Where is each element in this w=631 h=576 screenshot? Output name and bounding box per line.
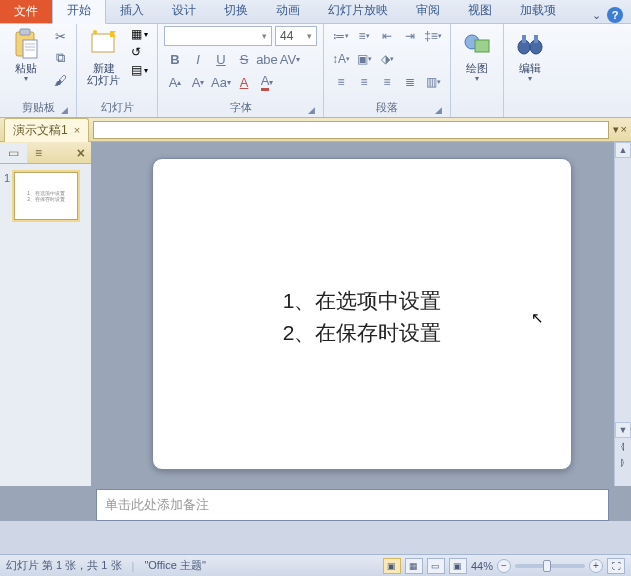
font-name-combo[interactable]: ▾	[164, 26, 272, 46]
zoom-value[interactable]: 44%	[471, 560, 493, 572]
new-slide-icon	[88, 28, 120, 60]
chevron-down-icon: ▾	[528, 74, 532, 83]
zoom-out-button[interactable]: −	[497, 559, 511, 573]
copy-button[interactable]: ⧉	[50, 48, 70, 68]
font-color-button[interactable]: A▾	[256, 72, 278, 92]
drawing-label: 绘图	[466, 62, 488, 74]
group-paragraph: ≔▾ ≡▾ ⇤ ⇥ ‡≡▾ ↕A▾ ▣▾ ⬗▾ ≡ ≡ ≡ ≣ ▥▾	[324, 24, 451, 117]
layout-icon: ▦	[131, 27, 142, 41]
shapes-icon	[461, 28, 493, 60]
slide-editor[interactable]: 1、在选项中设置 2、在保存时设置 ↖ ▲ ▼ ⦉ ⦊	[92, 142, 631, 486]
tab-design[interactable]: 设计	[158, 0, 210, 23]
close-pane-button[interactable]: ×	[71, 145, 91, 161]
slides-tab[interactable]: ▭	[0, 143, 27, 163]
close-icon[interactable]: ×	[74, 124, 80, 136]
scroll-down-icon[interactable]: ▼	[615, 422, 631, 438]
zoom-slider[interactable]	[515, 564, 585, 568]
tab-insert[interactable]: 插入	[106, 0, 158, 23]
drawing-button[interactable]: 绘图 ▾	[457, 26, 497, 85]
slide-thumbnail[interactable]: 1、在选项中设置 2、在保存时设置	[14, 172, 78, 220]
help-icon[interactable]: ?	[607, 7, 623, 23]
minimize-ribbon-icon[interactable]: ⌄	[592, 9, 601, 22]
dialog-launcher-icon[interactable]: ◢	[435, 105, 442, 115]
vertical-scrollbar[interactable]: ▲ ▼ ⦉ ⦊	[614, 142, 631, 486]
layout-button[interactable]: ▦▾	[128, 26, 151, 42]
section-button[interactable]: ▤▾	[128, 62, 151, 78]
tab-home[interactable]: 开始	[52, 0, 106, 24]
paste-button[interactable]: 粘贴 ▾	[6, 26, 46, 85]
editing-label: 编辑	[519, 62, 541, 74]
new-slide-button[interactable]: 新建 幻灯片	[83, 26, 124, 88]
close-pane-icon[interactable]: ×	[621, 123, 627, 136]
scissors-icon: ✂	[55, 29, 66, 44]
shadow-button[interactable]: abe	[256, 49, 278, 69]
sorter-view-button[interactable]: ▦	[405, 558, 423, 574]
strikethrough-button[interactable]: S	[233, 49, 255, 69]
fit-window-button[interactable]: ⛶	[607, 558, 625, 574]
tab-review[interactable]: 审阅	[402, 0, 454, 23]
thumb-number: 1	[4, 172, 10, 220]
decrease-indent-button[interactable]: ⇤	[376, 26, 398, 46]
underline-button[interactable]: U	[210, 49, 232, 69]
dialog-launcher-icon[interactable]: ◢	[308, 105, 315, 115]
slide-content-text[interactable]: 1、在选项中设置 2、在保存时设置	[153, 285, 571, 348]
tab-file[interactable]: 文件	[0, 0, 52, 23]
dropdown-icon[interactable]: ▾	[613, 123, 619, 136]
status-bar: 幻灯片 第 1 张，共 1 张 | "Office 主题" ▣ ▦ ▭ ▣ 44…	[0, 554, 631, 576]
align-left-button[interactable]: ≡	[330, 72, 352, 92]
chevron-down-icon: ▾	[475, 74, 479, 83]
tab-slideshow[interactable]: 幻灯片放映	[314, 0, 402, 23]
reset-button[interactable]: ↺	[128, 44, 151, 60]
next-slide-button[interactable]: ⦊	[615, 454, 631, 470]
bullets-button[interactable]: ≔▾	[330, 26, 352, 46]
reading-view-button[interactable]: ▭	[427, 558, 445, 574]
theme-status: "Office 主题"	[144, 558, 205, 573]
slideshow-view-button[interactable]: ▣	[449, 558, 467, 574]
smartart-button[interactable]: ⬗▾	[376, 49, 398, 69]
thumb-preview-text: 1、在选项中设置 2、在保存时设置	[27, 190, 65, 202]
zoom-handle[interactable]	[543, 560, 551, 572]
justify-button[interactable]: ≣	[399, 72, 421, 92]
editing-button[interactable]: 编辑 ▾	[510, 26, 550, 85]
increase-indent-button[interactable]: ⇥	[399, 26, 421, 46]
slide-canvas[interactable]: 1、在选项中设置 2、在保存时设置 ↖	[152, 158, 572, 470]
outline-tab[interactable]: ≡	[27, 143, 50, 163]
align-center-button[interactable]: ≡	[353, 72, 375, 92]
align-right-button[interactable]: ≡	[376, 72, 398, 92]
prev-slide-button[interactable]: ⦉	[615, 438, 631, 454]
columns-button[interactable]: ▥▾	[422, 72, 444, 92]
numbering-button[interactable]: ≡▾	[353, 26, 375, 46]
tab-addins[interactable]: 加载项	[506, 0, 570, 23]
group-drawing: 绘图 ▾	[451, 24, 504, 117]
line-spacing-button[interactable]: ‡≡▾	[422, 26, 444, 46]
group-slides-label: 幻灯片	[101, 101, 134, 113]
dialog-launcher-icon[interactable]: ◢	[61, 105, 68, 115]
brush-icon: 🖌	[54, 73, 67, 88]
zoom-in-button[interactable]: +	[589, 559, 603, 573]
scroll-up-icon[interactable]: ▲	[615, 142, 631, 158]
bold-button[interactable]: B	[164, 49, 186, 69]
font-size-value: 44	[280, 29, 293, 43]
text-direction-button[interactable]: ↕A▾	[330, 49, 352, 69]
notes-pane[interactable]: 单击此处添加备注	[96, 489, 609, 521]
tab-transition[interactable]: 切换	[210, 0, 262, 23]
svg-rect-1	[20, 29, 30, 35]
shrink-font-button[interactable]: A▾	[187, 72, 209, 92]
binoculars-icon	[514, 28, 546, 60]
font-size-combo[interactable]: 44▾	[275, 26, 317, 46]
document-tab[interactable]: 演示文稿1 ×	[4, 118, 89, 142]
ribbon: 粘贴 ▾ ✂ ⧉ 🖌 剪贴板◢ 新建 幻灯片 ▦▾ ↺ ▤▾	[0, 24, 631, 118]
align-text-button[interactable]: ▣▾	[353, 49, 375, 69]
normal-view-button[interactable]: ▣	[383, 558, 401, 574]
cut-button[interactable]: ✂	[50, 26, 70, 46]
outline-bar[interactable]	[93, 121, 608, 139]
tab-animation[interactable]: 动画	[262, 0, 314, 23]
char-spacing-button[interactable]: AV▾	[279, 49, 301, 69]
format-painter-button[interactable]: 🖌	[50, 70, 70, 90]
ribbon-tabs: 文件 开始 插入 设计 切换 动画 幻灯片放映 审阅 视图 加载项 ⌄ ?	[0, 0, 631, 24]
change-case-button[interactable]: Aa▾	[210, 72, 232, 92]
tab-view[interactable]: 视图	[454, 0, 506, 23]
grow-font-button[interactable]: A▴	[164, 72, 186, 92]
italic-button[interactable]: I	[187, 49, 209, 69]
clear-format-button[interactable]: A	[233, 72, 255, 92]
